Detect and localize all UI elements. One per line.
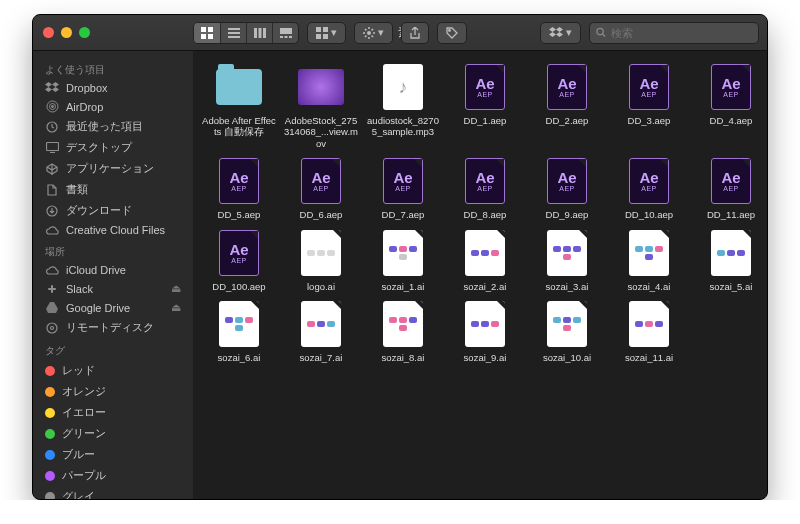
folder-icon — [216, 69, 262, 105]
file-item[interactable]: AeAEPDD_5.aep — [199, 155, 279, 222]
file-item[interactable]: sozai_3.ai — [527, 227, 607, 294]
tag-label: パープル — [62, 468, 106, 483]
sidebar-item[interactable]: 書類 — [33, 179, 193, 200]
file-item[interactable]: AeAEPDD_8.aep — [445, 155, 525, 222]
sidebar-item[interactable]: Google Drive⏏ — [33, 298, 193, 317]
sidebar-item-label: デスクトップ — [66, 140, 132, 155]
sidebar-item[interactable]: ダウンロード — [33, 200, 193, 221]
file-item[interactable]: sozai_11.ai — [609, 298, 689, 365]
file-item[interactable]: sozai_6.ai — [199, 298, 279, 365]
tag-color-icon — [45, 450, 55, 460]
file-item[interactable]: AeAEPDD_9.aep — [527, 155, 607, 222]
file-name: DD_1.aep — [447, 115, 523, 126]
file-name: DD_8.aep — [447, 209, 523, 220]
eject-icon[interactable]: ⏏ — [171, 301, 181, 314]
file-item[interactable]: AeAEPDD_100.aep — [199, 227, 279, 294]
close-button[interactable] — [43, 27, 54, 38]
sidebar-item-label: Dropbox — [66, 82, 108, 94]
sidebar-item[interactable]: リモートディスク — [33, 317, 193, 338]
svg-point-19 — [449, 29, 451, 31]
sidebar[interactable]: よく使う項目DropboxAirDrop最近使った項目デスクトップアプリケーショ… — [33, 51, 193, 499]
titlebar[interactable]: 素材 ▾ ▾ ▾ — [33, 15, 767, 51]
svg-rect-25 — [46, 143, 58, 151]
file-name: logo.ai — [283, 281, 359, 292]
share-button[interactable] — [401, 22, 429, 44]
file-name: sozai_7.ai — [283, 352, 359, 363]
toolbar: ▾ ▾ ▾ — [193, 15, 759, 50]
file-name: AdobeStock_275314068_...view.mov — [283, 115, 359, 149]
tag-label: ブルー — [62, 447, 95, 462]
file-name: DD_9.aep — [529, 209, 605, 220]
file-item[interactable]: AeAEPDD_6.aep — [281, 155, 361, 222]
aep-file-icon: AeAEP — [711, 158, 751, 204]
icon-view-button[interactable] — [194, 23, 220, 43]
svg-rect-16 — [316, 34, 321, 39]
file-item[interactable]: ♪audiostock_82705_sample.mp3 — [363, 61, 443, 151]
sidebar-item[interactable]: 最近使った項目 — [33, 116, 193, 137]
file-item[interactable]: sozai_10.ai — [527, 298, 607, 365]
eject-icon[interactable]: ⏏ — [171, 282, 181, 295]
sidebar-item-label: アプリケーション — [66, 161, 154, 176]
file-name: audiostock_82705_sample.mp3 — [365, 115, 441, 138]
file-name: sozai_1.ai — [365, 281, 441, 292]
file-item[interactable]: AeAEPDD_4.aep — [691, 61, 767, 151]
sidebar-item[interactable]: Creative Cloud Files — [33, 221, 193, 239]
file-item[interactable]: sozai_4.ai — [609, 227, 689, 294]
file-item[interactable]: AeAEPDD_7.aep — [363, 155, 443, 222]
file-item[interactable]: AeAEPDD_11.aep — [691, 155, 767, 222]
sidebar-header: タグ — [33, 338, 193, 360]
svg-point-18 — [367, 31, 371, 35]
action-button[interactable]: ▾ — [354, 22, 393, 44]
svg-rect-13 — [289, 36, 292, 38]
svg-rect-1 — [208, 27, 213, 32]
sidebar-item-label: Slack — [66, 283, 93, 295]
sidebar-item[interactable]: iCloud Drive — [33, 261, 193, 279]
file-item[interactable]: sozai_1.ai — [363, 227, 443, 294]
sidebar-item-label: ダウンロード — [66, 203, 132, 218]
tags-button[interactable] — [437, 22, 467, 44]
tag-item[interactable]: グリーン — [33, 423, 193, 444]
sidebar-item[interactable]: Dropbox — [33, 79, 193, 97]
gallery-view-button[interactable] — [272, 23, 298, 43]
file-item[interactable]: sozai_9.ai — [445, 298, 525, 365]
search-input[interactable] — [611, 27, 752, 39]
sidebar-header: 場所 — [33, 239, 193, 261]
clock-icon — [45, 121, 59, 133]
file-item[interactable]: Adobe After Effects 自動保存 — [199, 61, 279, 151]
view-mode-segment — [193, 22, 299, 44]
tag-item[interactable]: パープル — [33, 465, 193, 486]
file-item[interactable]: logo.ai — [281, 227, 361, 294]
list-view-button[interactable] — [220, 23, 246, 43]
group-by-button[interactable]: ▾ — [307, 22, 346, 44]
svg-rect-14 — [316, 27, 321, 32]
dropbox-icon — [45, 82, 59, 94]
file-item[interactable]: AeAEPDD_3.aep — [609, 61, 689, 151]
file-item[interactable]: sozai_5.ai — [691, 227, 767, 294]
tag-item[interactable]: オレンジ — [33, 381, 193, 402]
file-item[interactable]: AeAEPDD_2.aep — [527, 61, 607, 151]
minimize-button[interactable] — [61, 27, 72, 38]
file-item[interactable]: sozai_7.ai — [281, 298, 361, 365]
file-item[interactable]: AdobeStock_275314068_...view.mov — [281, 61, 361, 151]
file-browser[interactable]: Adobe After Effects 自動保存AdobeStock_27531… — [193, 51, 767, 499]
sidebar-item[interactable]: デスクトップ — [33, 137, 193, 158]
file-item[interactable]: AeAEPDD_10.aep — [609, 155, 689, 222]
svg-rect-10 — [280, 28, 292, 34]
tag-item[interactable]: ブルー — [33, 444, 193, 465]
tag-item[interactable]: レッド — [33, 360, 193, 381]
airdrop-icon — [45, 100, 59, 113]
column-view-button[interactable] — [246, 23, 272, 43]
sidebar-item[interactable]: アプリケーション — [33, 158, 193, 179]
dropbox-button[interactable]: ▾ — [540, 22, 581, 44]
file-item[interactable]: AeAEPDD_1.aep — [445, 61, 525, 151]
tag-item[interactable]: イエロー — [33, 402, 193, 423]
aep-file-icon: AeAEP — [219, 230, 259, 276]
search-field[interactable] — [589, 22, 759, 44]
maximize-button[interactable] — [79, 27, 90, 38]
file-item[interactable]: sozai_2.ai — [445, 227, 525, 294]
file-item[interactable]: sozai_8.ai — [363, 298, 443, 365]
tag-color-icon — [45, 387, 55, 397]
tag-item[interactable]: グレイ — [33, 486, 193, 499]
sidebar-item[interactable]: Slack⏏ — [33, 279, 193, 298]
sidebar-item[interactable]: AirDrop — [33, 97, 193, 116]
